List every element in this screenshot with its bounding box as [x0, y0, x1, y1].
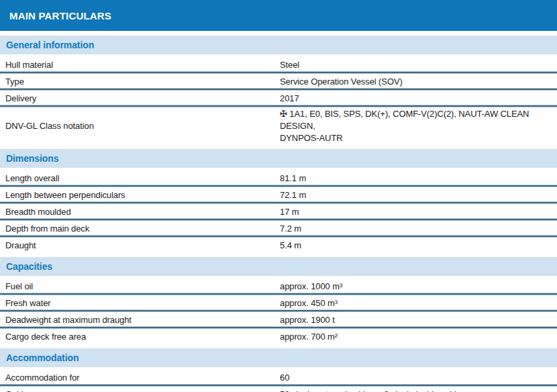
table-row: Deadweight at maximum draught approx. 19…	[0, 311, 557, 328]
row-value: 58 single outward cabins + 2 single insi…	[280, 389, 557, 392]
row-label: Fresh water	[0, 297, 280, 309]
section-header: Accommodation	[0, 348, 557, 367]
section-capacities: Capacities Fuel oil approx. 1000 m³ Fres…	[0, 257, 557, 345]
row-value: Service Operation Vessel (SOV)	[280, 76, 557, 88]
row-label: Depth from main deck	[0, 223, 280, 235]
row-label: Cabins	[0, 389, 280, 392]
table-row: Hull material Steel	[0, 56, 557, 73]
row-label: Draught	[0, 240, 280, 252]
row-label: DNV-GL Class notation	[0, 120, 280, 132]
row-value: approx. 700 m²	[280, 331, 557, 343]
section-rows: Length overall 81.1 m Length between per…	[0, 170, 557, 254]
row-label: Accommodation for	[0, 372, 280, 384]
row-value: 5.4 m	[280, 240, 557, 252]
row-value: 81.1 m	[280, 173, 557, 185]
row-label: Type	[0, 76, 280, 88]
row-value: ✠ 1A1, E0, BIS, SPS, DK(+), COMF-V(2)C(2…	[280, 108, 557, 144]
row-value: 17 m	[280, 206, 557, 218]
row-label: Delivery	[0, 93, 280, 105]
row-value: 7.2 m	[280, 223, 557, 235]
table-row: Draught 5.4 m	[0, 237, 557, 254]
row-value: approx. 450 m³	[280, 297, 557, 309]
row-label: Breadth moulded	[0, 206, 280, 218]
table-row: DNV-GL Class notation ✠ 1A1, E0, BIS, SP…	[0, 107, 557, 146]
section-rows: Accommodation for 60 Cabins 58 single ou…	[0, 369, 557, 392]
section-rows: Hull material Steel Type Service Operati…	[0, 56, 557, 146]
table-row: Fresh water approx. 450 m³	[0, 295, 557, 311]
section-dimensions: Dimensions Length overall 81.1 m Length …	[0, 149, 557, 254]
table-row: Length overall 81.1 m	[0, 170, 557, 187]
row-value: 2017	[280, 93, 557, 105]
table-row: Type Service Operation Vessel (SOV)	[0, 73, 557, 90]
row-label: Length between perpendiculars	[0, 189, 280, 201]
row-label: Cargo deck free area	[0, 331, 280, 343]
table-row: Cargo deck free area approx. 700 m²	[0, 328, 557, 345]
row-label: Deadweight at maximum draught	[0, 314, 280, 326]
row-label: Length overall	[0, 173, 280, 185]
section-general-information: General information Hull material Steel …	[0, 36, 557, 146]
section-header: General information	[0, 36, 557, 54]
row-label: Hull material	[0, 59, 280, 71]
table-row: Length between perpendiculars 72.1 m	[0, 187, 557, 203]
table-row: Depth from main deck 7.2 m	[0, 220, 557, 237]
section-header: Dimensions	[0, 149, 557, 168]
section-title: Accommodation	[6, 352, 79, 363]
section-header: Capacities	[0, 257, 557, 276]
table-title: MAIN PARTICULARS	[9, 10, 111, 21]
section-rows: Fuel oil approx. 1000 m³ Fresh water app…	[0, 278, 557, 345]
table-row: Fuel oil approx. 1000 m³	[0, 278, 557, 295]
table-row: Delivery 2017	[0, 90, 557, 107]
row-value: approx. 1900 t	[280, 314, 557, 326]
row-label: Fuel oil	[0, 281, 280, 293]
row-value: Steel	[280, 59, 557, 71]
table-row: Accommodation for 60	[0, 369, 557, 386]
row-value: approx. 1000 m³	[280, 281, 557, 293]
table-row: Cabins 58 single outward cabins + 2 sing…	[0, 386, 557, 392]
section-title: General information	[6, 40, 94, 50]
section-title: Capacities	[6, 261, 52, 272]
row-value: 60	[280, 372, 557, 384]
table-row: Breadth moulded 17 m	[0, 203, 557, 220]
section-title: Dimensions	[6, 153, 58, 164]
table-title-bar: MAIN PARTICULARS	[0, 0, 557, 31]
section-accommodation: Accommodation Accommodation for 60 Cabin…	[0, 348, 557, 392]
row-value: 72.1 m	[280, 189, 557, 201]
